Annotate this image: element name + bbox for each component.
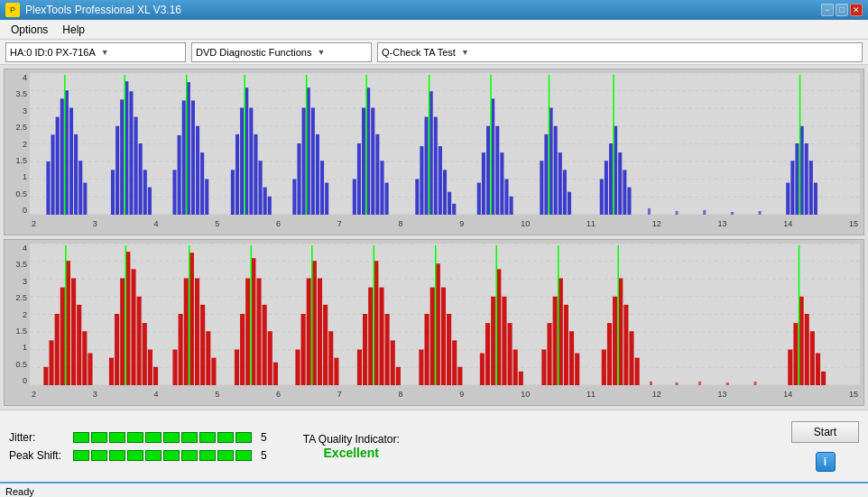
svg-rect-203 [575,354,579,385]
svg-rect-24 [134,117,138,215]
svg-rect-166 [323,305,328,385]
jitter-bar-1 [73,432,89,443]
svg-rect-35 [200,152,204,215]
info-button[interactable]: i [816,452,836,472]
svg-rect-209 [623,305,628,385]
svg-rect-147 [195,278,199,385]
svg-rect-181 [430,288,435,385]
minimize-button[interactable]: − [821,4,834,16]
svg-rect-98 [623,170,626,215]
svg-rect-218 [816,354,820,385]
svg-rect-205 [602,349,606,385]
svg-rect-130 [82,331,87,385]
test-dropdown[interactable]: Q-Check TA Test ▼ [377,42,863,62]
svg-rect-11 [56,117,60,215]
jitter-bar-2 [91,432,107,443]
peak-shift-bars [73,450,252,461]
svg-rect-94 [605,161,608,215]
svg-rect-194 [513,349,518,385]
peak-bar-10 [235,450,252,461]
svg-rect-143 [172,349,177,385]
maximize-button[interactable]: □ [836,4,848,16]
svg-rect-58 [357,143,361,215]
menu-help[interactable]: Help [55,22,92,38]
svg-rect-99 [627,188,631,215]
svg-rect-141 [153,367,158,385]
svg-rect-179 [419,349,423,385]
svg-rect-101 [786,183,790,215]
svg-rect-207 [613,297,617,385]
function-dropdown[interactable]: DVD Diagnostic Functions ▼ [191,42,372,62]
svg-rect-126 [60,288,65,385]
svg-rect-43 [254,134,257,215]
svg-rect-152 [235,349,239,385]
start-button[interactable]: Start [791,421,859,443]
svg-rect-154 [245,278,250,385]
svg-rect-128 [71,278,76,385]
close-button[interactable]: ✕ [850,4,863,16]
charts-area: 4 3.5 3 2.5 2 1.5 1 0.5 0 [0,65,868,410]
svg-rect-127 [66,261,70,385]
svg-rect-36 [205,179,208,215]
test-dropdown-label: Q-Check TA Test [382,47,456,58]
svg-rect-66 [415,179,419,215]
svg-rect-67 [420,146,423,215]
svg-rect-49 [297,143,300,215]
svg-rect-123 [43,367,48,385]
jitter-bar-9 [217,432,234,443]
svg-rect-149 [206,331,210,385]
svg-rect-210 [629,331,633,385]
svg-rect-21 [120,99,124,215]
svg-rect-153 [240,314,245,385]
peak-bar-1 [73,450,89,461]
svg-rect-206 [607,323,612,385]
svg-rect-159 [273,363,278,385]
svg-rect-129 [77,305,81,385]
svg-rect-185 [452,340,457,385]
svg-rect-176 [391,340,395,385]
svg-rect-77 [482,152,485,215]
svg-rect-199 [553,297,558,385]
svg-rect-188 [480,354,485,385]
jitter-bar-6 [163,432,180,443]
title-bar: P PlexTools Professional XL V3.16 − □ ✕ [0,0,868,20]
bottom-chart: 4 3.5 3 2.5 2 1.5 1 0.5 0 [4,239,864,406]
ta-quality-value: Excellent [324,446,379,460]
peak-shift-label: Peak Shift: [9,449,68,462]
svg-rect-172 [368,288,373,385]
svg-rect-71 [439,146,442,215]
svg-rect-167 [328,331,333,385]
status-text: Ready [5,486,34,497]
svg-rect-54 [320,161,324,215]
svg-rect-174 [379,288,383,385]
svg-rect-195 [519,372,523,385]
svg-rect-202 [569,331,574,385]
svg-rect-88 [554,126,558,215]
menu-options[interactable]: Options [4,22,55,38]
svg-rect-184 [447,314,451,385]
svg-rect-82 [504,179,508,215]
svg-rect-50 [302,107,306,215]
svg-rect-144 [179,314,183,385]
svg-rect-162 [301,314,306,385]
svg-rect-193 [508,323,512,385]
svg-rect-106 [809,161,813,215]
svg-rect-57 [353,179,356,215]
svg-rect-107 [814,183,817,215]
svg-rect-39 [235,134,239,215]
svg-rect-186 [457,367,462,385]
svg-rect-38 [231,170,235,215]
svg-rect-25 [139,143,143,215]
svg-rect-137 [131,269,135,385]
svg-rect-138 [137,297,142,385]
status-bar: Ready [0,482,868,497]
ta-quality-section: TA Quality Indicator: Excellent [303,433,400,460]
jitter-bar-3 [109,432,125,443]
svg-rect-40 [240,107,244,215]
svg-rect-53 [316,134,319,215]
svg-rect-125 [55,314,60,385]
svg-rect-211 [635,358,640,385]
svg-rect-219 [821,372,826,385]
svg-rect-26 [143,170,147,215]
drive-dropdown[interactable]: HA:0 ID:0 PX-716A ▼ [5,42,186,62]
